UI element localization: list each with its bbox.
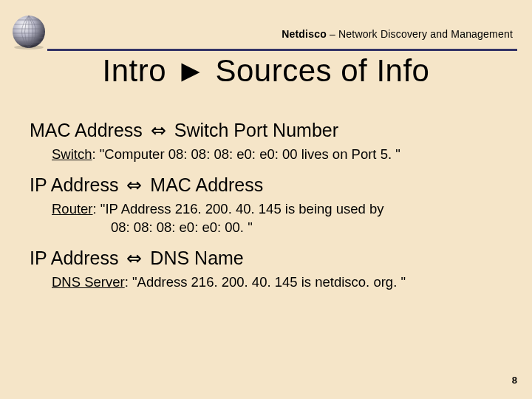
heading-2-right: MAC Address — [150, 174, 263, 195]
detail-3: DNS Server: "Address 216. 200. 40. 145 i… — [52, 273, 510, 292]
brand-name: Netdisco — [282, 28, 327, 40]
detail-3-quote: : "Address 216. 200. 40. 145 is netdisco… — [125, 274, 406, 290]
heading-1: MAC Address ⇔ Switch Port Number — [30, 120, 510, 141]
slide-title: Intro ► Sources of Info — [0, 53, 532, 89]
detail-1-quote: : "Computer 08: 08: 08: e0: e0: 00 lives… — [92, 146, 400, 162]
detail-2-quote-b: 08: 08: 08: e0: e0: 00. " — [111, 219, 510, 237]
body: MAC Address ⇔ Switch Port Number Switch:… — [30, 111, 510, 302]
detail-3-label: DNS Server — [52, 274, 125, 290]
svg-point-8 — [14, 45, 44, 50]
heading-3: IP Address ⇔ DNS Name — [30, 248, 510, 269]
double-arrow-icon: ⇔ — [148, 120, 169, 141]
title-prefix: Intro — [103, 53, 176, 88]
title-rest: Sources of Info — [206, 53, 429, 88]
title-arrow-icon: ► — [175, 53, 206, 88]
heading-2: IP Address ⇔ MAC Address — [30, 174, 510, 196]
detail-1: Switch: "Computer 08: 08: 08: e0: e0: 00… — [52, 146, 510, 164]
discoball-icon — [10, 13, 47, 50]
double-arrow-icon: ⇔ — [123, 174, 145, 196]
heading-1-right: Switch Port Number — [174, 120, 338, 140]
tagline: Netdisco – Network Discovery and Managem… — [282, 28, 513, 40]
brand-rest: – Network Discovery and Management — [327, 28, 513, 40]
header-rule — [47, 49, 517, 51]
slide: Netdisco – Network Discovery and Managem… — [0, 0, 532, 399]
heading-2-left: IP Address — [30, 174, 118, 195]
header: Netdisco – Network Discovery and Managem… — [0, 7, 532, 52]
page-number: 8 — [512, 375, 517, 386]
detail-2: Router: "IP Address 216. 200. 40. 145 is… — [52, 200, 510, 237]
heading-3-left: IP Address — [30, 248, 118, 268]
detail-1-label: Switch — [52, 146, 92, 162]
detail-2-quote-a: : "IP Address 216. 200. 40. 145 is being… — [93, 201, 384, 216]
heading-3-right: DNS Name — [150, 248, 243, 268]
heading-1-left: MAC Address — [30, 120, 143, 140]
detail-2-label: Router — [52, 201, 93, 216]
double-arrow-icon: ⇔ — [123, 248, 145, 269]
